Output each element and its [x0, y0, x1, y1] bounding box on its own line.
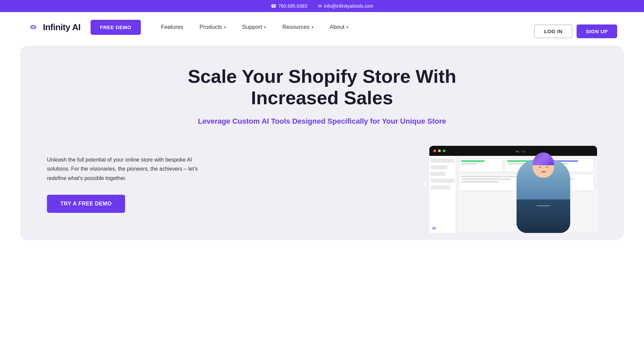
- hero-section: Scale Your Shopify Store With Increased …: [20, 46, 624, 240]
- dash-card-line: [461, 181, 498, 183]
- hero-image-col: We rd: [329, 146, 597, 233]
- hero-title: Scale Your Shopify Store With Increased …: [178, 66, 466, 109]
- free-demo-button[interactable]: FREE DEMO: [91, 20, 141, 35]
- dash-card-1: [459, 159, 503, 172]
- svg-point-0: [32, 26, 33, 28]
- nav-products-label: Products: [200, 24, 222, 31]
- header-right: LOG IN SIGN UP: [534, 12, 617, 42]
- nav-resources-label: Resources: [282, 24, 309, 31]
- phone-icon: ☎: [271, 3, 276, 9]
- header: Infinity AI FREE DEMO Features Products …: [0, 12, 644, 42]
- chevron-down-icon: ▾: [224, 25, 226, 29]
- chevron-down-icon: ▾: [346, 25, 348, 29]
- chevron-down-icon: ▾: [312, 25, 314, 29]
- sidebar-row: [431, 185, 450, 189]
- hero-subtitle: Leverage Custom AI Tools Designed Specif…: [47, 117, 597, 126]
- dash-card-line: [461, 178, 511, 180]
- hero-text-col: Unleash the full potential of your onlin…: [47, 155, 315, 233]
- nav-support[interactable]: Support ▾: [242, 24, 266, 31]
- logo[interactable]: Infinity AI: [27, 22, 80, 33]
- dash-card-line: [461, 163, 477, 165]
- nav-about[interactable]: About ▾: [330, 24, 348, 31]
- nav-resources[interactable]: Resources ▾: [282, 24, 313, 31]
- dash-dot-green: [443, 149, 445, 152]
- dash-dot-red: [433, 149, 436, 152]
- sidebar-row: [431, 165, 447, 169]
- nav-features[interactable]: Features: [161, 24, 183, 31]
- sidebar-row: [431, 159, 454, 163]
- nav-about-label: About: [330, 24, 344, 31]
- email-contact[interactable]: ✉ info@infinityaitools.com: [318, 3, 373, 9]
- sidebar-row: [431, 172, 445, 176]
- infinity-icon: [27, 23, 40, 31]
- svg-point-1: [34, 26, 35, 28]
- nav-support-label: Support: [242, 24, 262, 31]
- dash-dot-yellow: [438, 149, 441, 152]
- try-demo-button[interactable]: TRY A FREE DEMO: [47, 195, 125, 213]
- phone-number: 760.695.6383: [278, 3, 307, 9]
- phone-contact[interactable]: ☎ 760.695.6383: [271, 3, 307, 9]
- email-address: info@infinityaitools.com: [324, 3, 373, 9]
- dash-card-line: [461, 160, 485, 162]
- logo-text: Infinity AI: [43, 22, 80, 33]
- dash-sidebar: [429, 156, 456, 233]
- hero-description: Unleash the full potential of your onlin…: [47, 155, 201, 183]
- auth-buttons: LOG IN SIGN UP: [534, 24, 617, 38]
- hero-bottom: Unleash the full potential of your onlin…: [47, 146, 597, 233]
- email-icon: ✉: [318, 3, 322, 9]
- dashboard-mockup: We rd: [429, 146, 597, 233]
- sidebar-row: [431, 179, 454, 183]
- ai-character: [510, 146, 577, 233]
- login-button[interactable]: LOG IN: [534, 24, 573, 38]
- chevron-down-icon: ▾: [264, 25, 266, 29]
- top-bar: ☎ 760.695.6383 ✉ info@infinityaitools.co…: [0, 0, 644, 12]
- dashboard-inner: We rd: [429, 146, 597, 233]
- nav-products[interactable]: Products ▾: [200, 24, 226, 31]
- nav-features-label: Features: [161, 24, 183, 31]
- signup-button[interactable]: SIGN UP: [577, 24, 617, 38]
